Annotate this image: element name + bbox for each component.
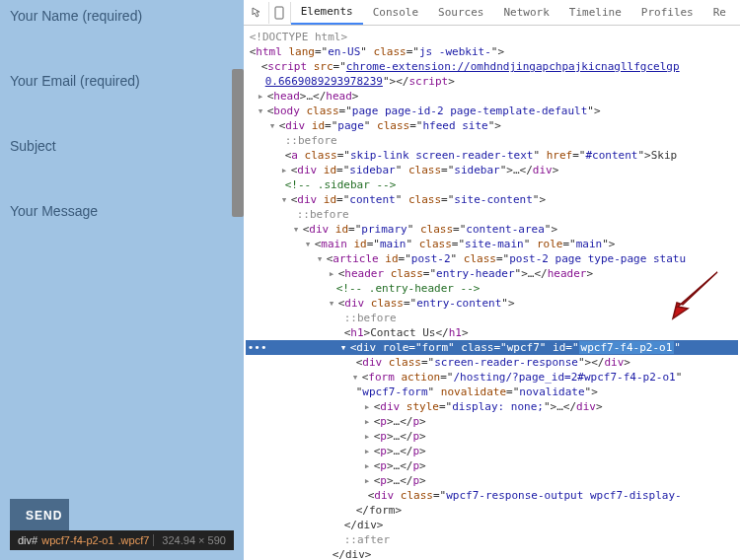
- subject-label: Subject: [10, 138, 234, 154]
- dom-line[interactable]: <div class="screen-reader-response"></di…: [246, 355, 738, 370]
- dom-line[interactable]: ▾<div class="entry-content">: [246, 296, 738, 311]
- device-icon[interactable]: [269, 2, 291, 24]
- tab-sources[interactable]: Sources: [428, 1, 493, 24]
- dom-line[interactable]: ▸<p>…</p>: [246, 473, 738, 488]
- dom-line[interactable]: ▸<p>…</p>: [246, 429, 738, 444]
- dom-line[interactable]: <!-- .sidebar -->: [246, 177, 738, 192]
- tab-console[interactable]: Console: [363, 1, 428, 24]
- dom-line[interactable]: <!-- .entry-header -->: [246, 281, 738, 296]
- dom-line[interactable]: ▸<p>…</p>: [246, 458, 738, 473]
- dom-line[interactable]: ▾<form action="/hosting/?page_id=2#wpcf7…: [246, 370, 738, 385]
- dom-line[interactable]: </form>: [246, 503, 738, 518]
- dom-line[interactable]: <script src="chrome-extension://omhdndji…: [246, 59, 738, 74]
- tab-network[interactable]: Network: [493, 1, 558, 24]
- tooltip-tag: div#: [18, 534, 37, 546]
- tooltip-dimensions: 324.94 × 590: [153, 534, 226, 546]
- dom-tree[interactable]: <!DOCTYPE html> <html lang="en-US" class…: [244, 26, 740, 560]
- tab-profiles[interactable]: Profiles: [631, 1, 703, 24]
- dom-line[interactable]: ::before: [246, 133, 738, 148]
- devtools-pane: Elements Console Sources Network Timelin…: [244, 0, 740, 560]
- tooltip-id: wpcf7-f4-p2-o1: [41, 534, 113, 546]
- dom-line[interactable]: <html lang="en-US" class="js -webkit-">: [246, 44, 738, 59]
- dom-line[interactable]: ::before: [246, 207, 738, 222]
- dom-line[interactable]: ▸<div id="sidebar" class="sidebar">…</di…: [246, 163, 738, 177]
- dom-line[interactable]: ▸<div style="display: none;">…</div>: [246, 399, 738, 414]
- tooltip-class: .wpcf7: [118, 534, 150, 546]
- name-label: Your Name (required): [10, 8, 234, 24]
- dom-line[interactable]: ▾<main id="main" class="site-main" role=…: [246, 237, 738, 251]
- tab-resources[interactable]: Re: [703, 1, 736, 24]
- dom-line[interactable]: ::after: [246, 532, 738, 547]
- send-button[interactable]: SEND: [10, 499, 69, 532]
- dom-line[interactable]: ▾<div id="content" class="site-content">: [246, 192, 738, 207]
- dom-line[interactable]: ▸<head>…</head>: [246, 89, 738, 104]
- dom-line[interactable]: ▸<p>…</p>: [246, 444, 738, 458]
- dom-line[interactable]: ▾<div id="page" class="hfeed site">: [246, 118, 738, 133]
- dom-line[interactable]: ::before: [246, 311, 738, 325]
- inspect-icon[interactable]: [248, 2, 269, 24]
- message-label: Your Message: [10, 203, 234, 499]
- dom-line[interactable]: </div>: [246, 518, 738, 532]
- tab-timeline[interactable]: Timeline: [559, 1, 631, 24]
- svg-rect-0: [275, 7, 283, 19]
- form-preview-pane: Your Name (required) Your Email (require…: [0, 0, 244, 560]
- dom-line[interactable]: <!DOCTYPE html>: [246, 30, 738, 44]
- dom-line[interactable]: ▸<p>…</p>: [246, 414, 738, 429]
- dom-line[interactable]: </div>: [246, 547, 738, 560]
- dom-line[interactable]: ▾<article id="post-2" class="post-2 page…: [246, 251, 738, 266]
- dom-line[interactable]: 0.6669089293978239"></script>: [246, 74, 738, 89]
- devtools-tabs: Elements Console Sources Network Timelin…: [244, 0, 740, 26]
- scrollbar[interactable]: [232, 69, 244, 217]
- dom-line[interactable]: ▸<header class="entry-header">…</header>: [246, 266, 738, 281]
- dom-line[interactable]: "wpcf7-form" novalidate="novalidate">: [246, 385, 738, 399]
- dom-line[interactable]: <a class="skip-link screen-reader-text" …: [246, 148, 738, 163]
- tab-elements[interactable]: Elements: [291, 0, 363, 25]
- dom-line[interactable]: ▾<div id="primary" class="content-area">: [246, 222, 738, 237]
- dom-highlighted-line[interactable]: •••▾<div role="form" class="wpcf7" id="w…: [246, 340, 738, 355]
- email-label: Your Email (required): [10, 73, 234, 89]
- element-tooltip: div#wpcf7-f4-p2-o1.wpcf7 324.94 × 590: [10, 530, 234, 550]
- dom-line[interactable]: <h1>Contact Us</h1>: [246, 325, 738, 340]
- dom-line[interactable]: ▾<body class="page page-id-2 page-templa…: [246, 104, 738, 118]
- dom-line[interactable]: <div class="wpcf7-response-output wpcf7-…: [246, 488, 738, 503]
